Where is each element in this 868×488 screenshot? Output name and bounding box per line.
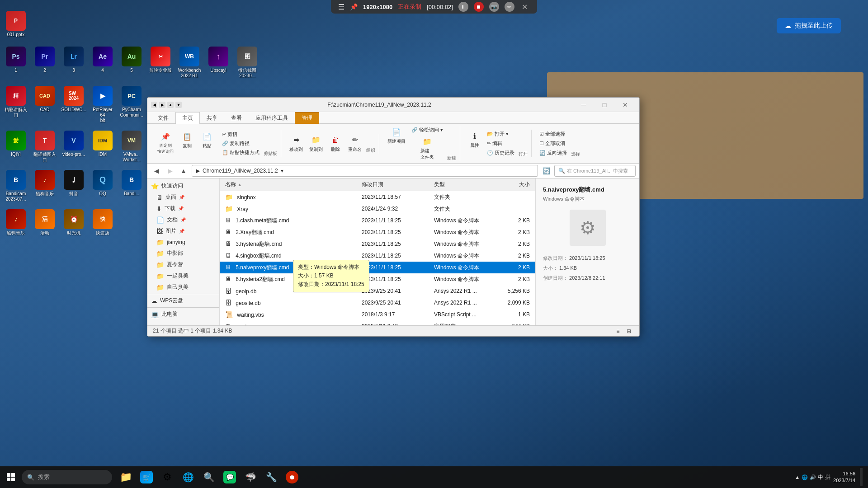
table-row[interactable]: 📁 singbox 2023/11/1 18:57 文件夹 bbox=[220, 191, 535, 203]
desktop-icon-ae[interactable]: Ae 4 bbox=[89, 45, 116, 80]
desktop-icon-red[interactable]: 精 精彩讲解入门 bbox=[2, 84, 29, 125]
sidebar-item-thispc[interactable]: 💻 此电脑 bbox=[147, 309, 219, 320]
table-row[interactable]: 🗄 geoip.db 2023/9/25 20:41 Ansys 2022 R1… bbox=[220, 285, 535, 297]
pause-button[interactable]: ⏸ bbox=[458, 2, 468, 12]
select-none-button[interactable]: ☐ 全部取消 bbox=[537, 139, 569, 148]
invert-selection-button[interactable]: 🔄 反向选择 bbox=[537, 149, 569, 157]
nav-forward-button[interactable]: ▶ bbox=[165, 165, 175, 176]
sidebar-item-jianying[interactable]: 📁 jianying bbox=[147, 237, 219, 248]
sidebar-item-pictures[interactable]: 🖼 图片 📌 bbox=[147, 225, 219, 237]
desktop-icon-idm[interactable]: IDM IDM bbox=[89, 129, 116, 164]
up-button[interactable]: ▲ bbox=[167, 102, 174, 108]
taskbar-app-other1[interactable]: ⚙ bbox=[157, 467, 177, 487]
tab-apptools[interactable]: 应用程序工具 bbox=[249, 112, 295, 124]
minimize-button[interactable]: ─ bbox=[573, 98, 594, 112]
column-date[interactable]: 修改日期 bbox=[360, 181, 432, 188]
show-desktop-button[interactable] bbox=[860, 468, 863, 486]
camera-button[interactable]: 📷 bbox=[489, 2, 499, 12]
tab-view[interactable]: 查看 bbox=[224, 112, 249, 124]
start-button[interactable] bbox=[0, 466, 22, 488]
sidebar-item-zijichoumei[interactable]: 📁 自己臭美 bbox=[147, 282, 219, 293]
tray-ime-en[interactable]: 拼 bbox=[825, 474, 830, 481]
desktop-icon-pr[interactable]: Pr 2 bbox=[31, 45, 58, 80]
tab-file[interactable]: 文件 bbox=[151, 112, 175, 124]
copy-path-button[interactable]: 🔗 复制路径 bbox=[220, 139, 262, 148]
delete-button[interactable]: 🗑 删除 bbox=[326, 134, 344, 154]
menu-icon[interactable]: ☰ bbox=[338, 3, 344, 11]
desktop-icon-videopro[interactable]: V video-pro... bbox=[60, 129, 87, 164]
desktop-icon-pycharm[interactable]: PC PyCharmCommuni... bbox=[118, 84, 145, 125]
sidebar-item-xialying[interactable]: 📁 夏令营 bbox=[147, 259, 219, 270]
column-name[interactable]: 名称 ▲ bbox=[223, 181, 360, 188]
table-row[interactable]: ⚙ wget.exe 2015/5/11 9:48 应用程序 544 KB bbox=[220, 320, 535, 325]
column-size[interactable]: 大小 bbox=[495, 181, 532, 188]
rename-button[interactable]: ✏ 重命名 bbox=[345, 134, 364, 154]
close-button[interactable]: ✕ bbox=[615, 98, 636, 112]
refresh-button[interactable]: 🔄 bbox=[541, 165, 552, 176]
table-row[interactable]: 🖥 4.singbox翻墙.cmd 2023/11/1 18:25 Window… bbox=[220, 250, 535, 262]
column-type[interactable]: 类型 bbox=[432, 181, 495, 188]
recent-button[interactable]: ▼ bbox=[175, 102, 182, 108]
search-box[interactable]: 🔍 在 Chrome119_All... 中搜索 bbox=[554, 165, 636, 177]
sidebar-item-downloads[interactable]: ⬇ 下载 📌 bbox=[147, 203, 219, 214]
desktop-icon-iqiyi[interactable]: 爱 IQiYi bbox=[2, 129, 29, 164]
table-row[interactable]: 🖥 3.hysteria翻墙.cmd 2023/11/1 18:25 Windo… bbox=[220, 238, 535, 250]
taskbar-app-wechat[interactable]: 💬 bbox=[220, 467, 240, 487]
pin-to-quickaccess-button[interactable]: 📌 固定到快速访问 bbox=[155, 130, 176, 155]
upload-button[interactable]: ☁ 拖拽至此上传 bbox=[777, 18, 841, 33]
desktop-icon-huodong[interactable]: 活 活动 bbox=[31, 207, 58, 238]
history-button[interactable]: 🕐 历史记录 bbox=[485, 149, 517, 157]
forward-button[interactable]: ▶ bbox=[159, 102, 165, 108]
desktop-icon-shiguangji[interactable]: ⏰ 时光机 bbox=[60, 207, 87, 238]
tab-home[interactable]: 主页 bbox=[175, 112, 200, 124]
list-view-button[interactable]: ≡ bbox=[613, 327, 623, 335]
table-row[interactable]: 🖥 6.hysteria2翻墙.cmd 2023/11/1 18:25 Wind… bbox=[220, 273, 535, 285]
desktop-icon-bandicam2[interactable]: B Bandi... bbox=[118, 168, 145, 204]
taskbar-app-search[interactable]: 🔍 bbox=[199, 467, 219, 487]
details-view-button[interactable]: ⊟ bbox=[624, 327, 634, 335]
edit-button[interactable]: ✏ 编辑 bbox=[485, 139, 517, 148]
desktop-icon-ps[interactable]: Ps 1 bbox=[2, 45, 29, 80]
desktop-icon-lr[interactable]: Lr 3 bbox=[60, 45, 87, 80]
desktop-icon-kugou[interactable]: ♪ 酷狗音乐 bbox=[31, 168, 58, 204]
sidebar-item-wpcloud[interactable]: ☁ WPS云盘 bbox=[147, 295, 219, 306]
recording-close-button[interactable]: ✕ bbox=[520, 2, 530, 12]
desktop-icon-kugou2[interactable]: ♪ 酷狗音乐 bbox=[2, 207, 29, 238]
table-row[interactable]: 🗄 geosite.db 2023/9/25 20:41 Ansys 2022 … bbox=[220, 297, 535, 309]
desktop-icon-qq[interactable]: Q QQ bbox=[89, 168, 116, 204]
taskbar-app-browser2[interactable]: 🦈 bbox=[241, 467, 260, 487]
desktop-icon-wb[interactable]: WB Workbench2022 R1 bbox=[176, 45, 203, 80]
tray-volume-icon[interactable]: 🔊 bbox=[810, 474, 816, 480]
paste-button[interactable]: 📄 粘贴 bbox=[198, 130, 216, 150]
desktop-icon-jianying[interactable]: ✂ 剪映专业版 bbox=[147, 45, 174, 80]
open-button[interactable]: 📂 打开 ▾ bbox=[485, 130, 517, 138]
sidebar-item-quickaccess[interactable]: ⭐ 快速访问 bbox=[147, 180, 219, 192]
desktop-icon-vmware[interactable]: VM VMwa...Workst... bbox=[118, 129, 145, 164]
desktop-icon-pptx[interactable]: P 001.pptx bbox=[2, 9, 29, 39]
tab-manage[interactable]: 管理 bbox=[295, 112, 319, 124]
pen-button[interactable]: ✏ bbox=[505, 2, 514, 12]
pin-icon[interactable]: 📌 bbox=[350, 3, 358, 10]
select-all-button[interactable]: ☑ 全部选择 bbox=[537, 130, 569, 138]
taskbar-clock[interactable]: 16:56 2023/7/14 bbox=[833, 470, 855, 484]
paste-shortcut-button[interactable]: 📋 粘贴快捷方式 bbox=[220, 148, 262, 157]
sidebar-item-desktop[interactable]: 🖥 桌面 📌 bbox=[147, 192, 219, 203]
address-path-display[interactable]: ▶ Chrome119_AllNew_2023.11.2 ▾ bbox=[192, 165, 538, 177]
copy-button[interactable]: 📋 复制 bbox=[178, 130, 196, 150]
tray-ime-zh[interactable]: 中 bbox=[818, 474, 823, 481]
maximize-button[interactable]: □ bbox=[594, 98, 615, 112]
taskbar-app-explorer[interactable]: 📁 bbox=[116, 467, 136, 487]
easy-access-button[interactable]: 🔗 轻松访问 ▾ bbox=[409, 126, 445, 134]
desktop-icon-au[interactable]: Au 5 bbox=[118, 45, 145, 80]
tray-network-icon[interactable]: 🌐 bbox=[802, 474, 808, 480]
desktop-icon-potplayer[interactable]: ▶ PotPlayer 64bit bbox=[89, 84, 116, 125]
move-to-button[interactable]: ➡ 移动到 bbox=[287, 134, 306, 154]
desktop-icon-sw2024[interactable]: SW2024 SOLIDWC... bbox=[60, 84, 87, 125]
table-row[interactable]: 🖥 5.naiveproxy翻墙.cmd 2023/11/1 18:25 Win… bbox=[220, 262, 535, 273]
new-folder-button[interactable]: 📁 新建文件夹 bbox=[409, 135, 445, 161]
desktop-icon-cad[interactable]: CAD CAD bbox=[31, 84, 58, 125]
taskbar-app-other2[interactable]: 🔧 bbox=[261, 467, 281, 487]
taskbar-app-recording[interactable]: ⏺ bbox=[282, 467, 302, 487]
tray-expand-icon[interactable]: ▲ bbox=[795, 474, 800, 480]
desktop-icon-wechat-games[interactable]: 图 微信截图20230... bbox=[234, 45, 261, 80]
